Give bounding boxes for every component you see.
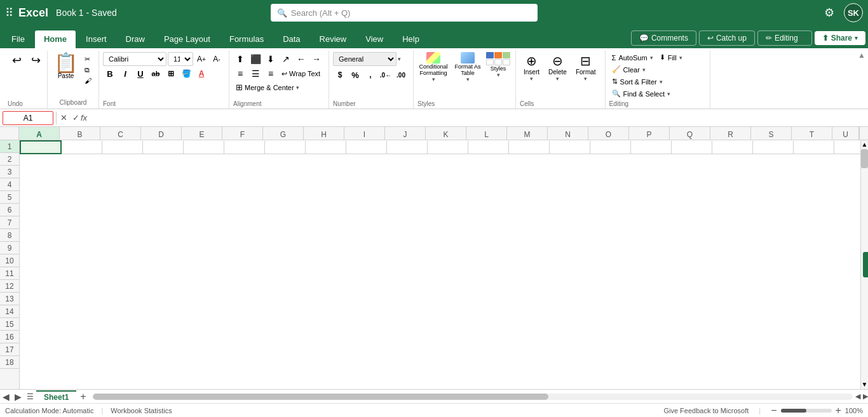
underline-button[interactable]: U bbox=[133, 67, 147, 81]
font-size-selector[interactable]: 11 bbox=[168, 52, 193, 66]
merge-center-button[interactable]: ⊞ Merge & Center ▾ bbox=[233, 81, 302, 93]
add-sheet-button[interactable]: + bbox=[76, 391, 90, 402]
tab-review[interactable]: Review bbox=[311, 30, 356, 48]
tab-formulas[interactable]: Formulas bbox=[220, 30, 273, 48]
format-as-table-button[interactable]: Format As Table ▾ bbox=[452, 52, 484, 83]
col-header-j[interactable]: J bbox=[385, 127, 426, 140]
indent-decrease-button[interactable]: ← bbox=[294, 52, 308, 66]
cell-B1[interactable] bbox=[61, 141, 102, 154]
cell-F1[interactable] bbox=[224, 141, 264, 154]
format-button[interactable]: ⊟ Format ▾ bbox=[572, 52, 600, 83]
col-header-n[interactable]: N bbox=[548, 127, 588, 140]
col-header-c[interactable]: C bbox=[100, 127, 141, 140]
tab-home[interactable]: Home bbox=[35, 30, 76, 48]
feedback-label[interactable]: Give Feedback to Microsoft bbox=[663, 407, 749, 414]
cell-H1[interactable] bbox=[305, 141, 346, 154]
cell-S1[interactable] bbox=[752, 141, 793, 154]
col-header-a[interactable]: A bbox=[19, 127, 60, 140]
col-header-b[interactable]: B bbox=[60, 127, 100, 140]
share-button[interactable]: ⬆ Share ▾ bbox=[815, 31, 865, 45]
cell-Q1[interactable] bbox=[671, 141, 712, 154]
increase-decimal-button[interactable]: .00 bbox=[394, 68, 408, 82]
row-header-12[interactable]: 12 bbox=[0, 280, 19, 293]
cut-button[interactable]: ✂ bbox=[83, 55, 93, 64]
col-header-q[interactable]: Q bbox=[670, 127, 710, 140]
cell-A1[interactable] bbox=[20, 141, 61, 154]
scroll-right-arrow[interactable]: ▶ bbox=[863, 392, 868, 400]
indent-increase-button[interactable]: → bbox=[309, 52, 323, 66]
scroll-down-arrow[interactable]: ▼ bbox=[861, 380, 868, 389]
tab-page-layout[interactable]: Page Layout bbox=[155, 30, 219, 48]
cell-styles-button[interactable]: Styles ▾ bbox=[486, 52, 510, 78]
cell-D1[interactable] bbox=[142, 141, 183, 154]
italic-button[interactable]: I bbox=[118, 67, 132, 81]
paste-button[interactable]: 📋 Paste bbox=[51, 52, 80, 81]
h-scroll-thumb[interactable] bbox=[93, 394, 549, 400]
cell-C1[interactable] bbox=[102, 141, 142, 154]
search-box[interactable]: 🔍 Search (Alt + Q) bbox=[271, 4, 538, 22]
cell-N1[interactable] bbox=[549, 141, 590, 154]
cell-L1[interactable] bbox=[468, 141, 508, 154]
cell-O1[interactable] bbox=[590, 141, 630, 154]
clear-button[interactable]: 🧹 Clear ▾ bbox=[609, 64, 648, 75]
cell-E1[interactable] bbox=[183, 141, 224, 154]
sheet-tab-sheet1[interactable]: Sheet1 bbox=[36, 390, 76, 403]
row-header-11[interactable]: 11 bbox=[0, 267, 19, 280]
confirm-formula-button[interactable]: ✓ bbox=[71, 113, 81, 122]
scroll-left-arrow[interactable]: ◀ bbox=[855, 392, 860, 400]
text-orientation-button[interactable]: ↗ bbox=[279, 52, 293, 66]
cell-U1[interactable] bbox=[834, 141, 860, 154]
align-center-button[interactable]: ☰ bbox=[248, 67, 262, 81]
col-header-e[interactable]: E bbox=[182, 127, 222, 140]
conditional-formatting-button[interactable]: Conditional Formatting ▾ bbox=[417, 52, 449, 83]
horizontal-scrollbar[interactable] bbox=[93, 394, 853, 400]
sort-filter-button[interactable]: ⇅ Sort & Filter ▾ bbox=[609, 76, 665, 87]
col-header-l[interactable]: L bbox=[466, 127, 507, 140]
wrap-text-button[interactable]: ↩ Wrap Text bbox=[279, 69, 323, 79]
percent-button[interactable]: % bbox=[348, 68, 362, 82]
autosum-button[interactable]: Σ AutoSum ▾ bbox=[609, 52, 656, 63]
col-header-r[interactable]: R bbox=[710, 127, 751, 140]
row-header-3[interactable]: 3 bbox=[0, 166, 19, 178]
bold-button[interactable]: B bbox=[103, 67, 117, 81]
row-header-15[interactable]: 15 bbox=[0, 318, 19, 331]
cell-G1[interactable] bbox=[264, 141, 305, 154]
number-format-selector[interactable]: General bbox=[333, 52, 397, 66]
insert-button[interactable]: ⊕ Insert ▾ bbox=[520, 52, 543, 83]
increase-font-button[interactable]: A+ bbox=[194, 52, 208, 66]
row-header-8[interactable]: 8 bbox=[0, 229, 19, 242]
font-color-button[interactable]: A bbox=[194, 67, 208, 81]
fill-button[interactable]: ⬇ Fill ▾ bbox=[657, 52, 685, 63]
row-header-14[interactable]: 14 bbox=[0, 305, 19, 318]
col-header-h[interactable]: H bbox=[304, 127, 344, 140]
cell-I1[interactable] bbox=[346, 141, 386, 154]
col-header-p[interactable]: P bbox=[629, 127, 670, 140]
font-name-selector[interactable]: Calibri bbox=[103, 52, 166, 66]
ribbon-collapse-button[interactable]: ▲ bbox=[858, 51, 865, 60]
account-icon[interactable]: SK bbox=[844, 3, 863, 22]
col-header-k[interactable]: K bbox=[426, 127, 466, 140]
tab-insert[interactable]: Insert bbox=[77, 30, 116, 48]
tab-help[interactable]: Help bbox=[393, 30, 428, 48]
currency-button[interactable]: $ bbox=[333, 68, 347, 82]
sheet-prev-button[interactable]: ◀ bbox=[0, 392, 12, 402]
border-button[interactable]: ⊞ bbox=[164, 67, 178, 81]
cell-K1[interactable] bbox=[427, 141, 468, 154]
row-header-17[interactable]: 17 bbox=[0, 343, 19, 356]
undo-button[interactable]: ↩ bbox=[8, 52, 25, 69]
name-box[interactable]: A1 bbox=[3, 111, 53, 125]
format-painter-button[interactable]: 🖌 bbox=[83, 76, 93, 85]
col-header-i[interactable]: I bbox=[344, 127, 385, 140]
comments-button[interactable]: 💬 Comments bbox=[631, 30, 696, 46]
row-header-9[interactable]: 9 bbox=[0, 242, 19, 255]
decrease-font-button[interactable]: A- bbox=[210, 52, 224, 66]
cell-P1[interactable] bbox=[630, 141, 671, 154]
copy-button[interactable]: ⧉ bbox=[83, 65, 93, 75]
col-header-g[interactable]: G bbox=[263, 127, 304, 140]
col-header-m[interactable]: M bbox=[507, 127, 548, 140]
align-top-button[interactable]: ⬆ bbox=[233, 52, 247, 66]
col-header-o[interactable]: O bbox=[588, 127, 629, 140]
file-name[interactable]: Book 1 - Saved bbox=[56, 8, 117, 18]
find-select-button[interactable]: 🔍 Find & Select ▾ bbox=[609, 88, 673, 99]
sheet-next-button[interactable]: ▶ bbox=[12, 392, 24, 402]
